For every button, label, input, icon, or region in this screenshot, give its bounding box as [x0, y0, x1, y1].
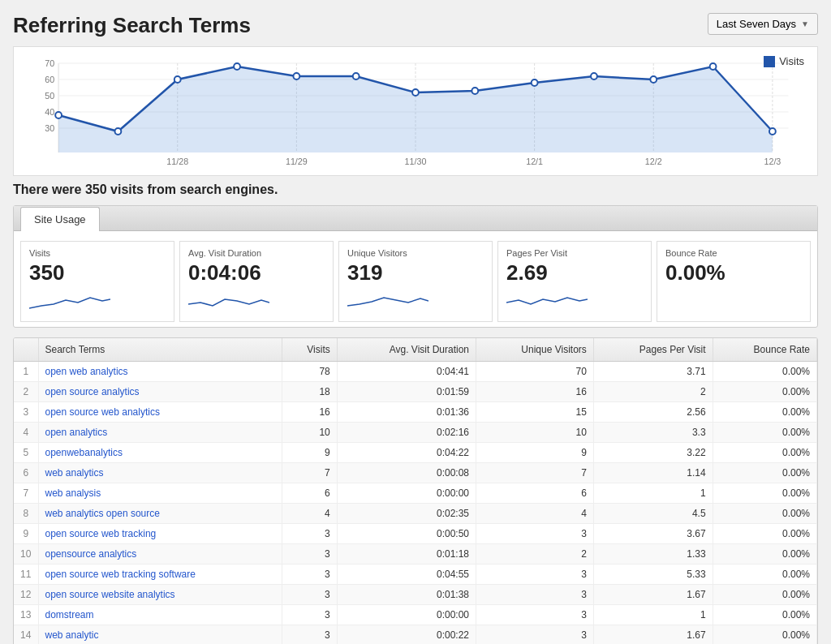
term-link[interactable]: web analytics — [45, 467, 104, 479]
svg-text:30: 30 — [45, 123, 54, 133]
metric-unique-value: 319 — [347, 261, 484, 285]
cell-ppv: 1.67 — [593, 584, 713, 604]
cell-rank: 12 — [14, 584, 38, 604]
tab-site-usage[interactable]: Site Usage — [20, 207, 100, 231]
site-usage-panel: Site Usage Visits 350 Avg. Visit Duratio… — [13, 205, 818, 328]
cell-visits: 3 — [282, 523, 338, 543]
cell-visits: 4 — [282, 503, 338, 523]
cell-unique: 3 — [476, 564, 594, 584]
cell-bounce: 0.00% — [713, 462, 816, 483]
visits-summary: There were 350 visits from search engine… — [13, 182, 818, 197]
svg-text:11/29: 11/29 — [286, 157, 308, 166]
term-link[interactable]: open source web tracking software — [45, 569, 196, 580]
line-chart-svg: 70 60 50 40 30 11/28 11/29 11/30 12/1 12… — [27, 55, 804, 169]
cell-avg-duration: 0:02:16 — [337, 422, 476, 442]
cell-ppv: 1 — [593, 604, 713, 625]
col-visits[interactable]: Visits — [282, 338, 338, 362]
cell-rank: 7 — [14, 483, 38, 503]
metric-ppv-label: Pages Per Visit — [506, 248, 643, 258]
col-bounce[interactable]: Bounce Rate — [713, 338, 816, 362]
table-row: 10 opensource analytics 3 0:01:18 2 1.33… — [14, 543, 817, 564]
mini-chart-ppv — [506, 288, 588, 312]
svg-point-32 — [532, 79, 538, 86]
metric-visits-value: 350 — [29, 261, 166, 285]
svg-point-33 — [591, 73, 597, 79]
table-header-row: Search Terms Visits Avg. Visit Duration … — [14, 338, 817, 362]
cell-term: domstream — [38, 604, 282, 625]
table-row: 3 open source web analytics 16 0:01:36 1… — [14, 401, 817, 422]
cell-visits: 9 — [282, 442, 338, 462]
col-unique[interactable]: Unique Visitors — [476, 338, 594, 362]
cell-avg-duration: 0:04:55 — [337, 564, 476, 584]
term-link[interactable]: open source analytics — [45, 386, 140, 397]
metric-visits-label: Visits — [29, 248, 166, 258]
svg-point-29 — [353, 73, 360, 79]
cell-term: open source web analytics — [38, 401, 282, 422]
term-link[interactable]: web analysis — [45, 487, 101, 499]
cell-ppv: 1.67 — [593, 625, 713, 644]
term-link[interactable]: openwebanalytics — [45, 447, 123, 458]
date-range-button[interactable]: Last Seven Days ▼ — [708, 13, 818, 35]
table-row: 8 web analytics open source 4 0:02:35 4 … — [14, 503, 817, 523]
col-avg-duration[interactable]: Avg. Visit Duration — [337, 338, 476, 362]
cell-ppv: 1.33 — [593, 543, 713, 564]
svg-point-34 — [650, 76, 657, 83]
metric-ppv-value: 2.69 — [506, 261, 643, 285]
cell-ppv: 3.3 — [593, 422, 713, 442]
cell-avg-duration: 0:04:22 — [337, 442, 476, 462]
term-link[interactable]: web analytic — [45, 629, 99, 641]
term-link[interactable]: open source web tracking — [45, 528, 157, 539]
term-link[interactable]: open analytics — [45, 427, 108, 438]
term-link[interactable]: open web analytics — [45, 366, 128, 377]
metric-pages-per-visit: Pages Per Visit 2.69 — [497, 241, 652, 322]
cell-visits: 3 — [282, 604, 338, 625]
cell-rank: 1 — [14, 361, 38, 381]
cell-rank: 8 — [14, 503, 38, 523]
cell-bounce: 0.00% — [713, 381, 816, 401]
table-row: 13 domstream 3 0:00:00 3 1 0.00% — [14, 604, 817, 625]
svg-point-31 — [471, 88, 478, 94]
cell-term: open source web tracking — [38, 523, 282, 543]
cell-bounce: 0.00% — [713, 503, 816, 523]
cell-bounce: 0.00% — [713, 483, 816, 503]
table-row: 7 web analysis 6 0:00:00 6 1 0.00% — [14, 483, 817, 503]
cell-visits: 3 — [282, 564, 338, 584]
mini-chart-visits — [29, 288, 110, 312]
cell-rank: 2 — [14, 381, 38, 401]
cell-visits: 7 — [282, 462, 338, 483]
cell-unique: 4 — [476, 503, 594, 523]
cell-avg-duration: 0:01:18 — [337, 543, 476, 564]
cell-rank: 4 — [14, 422, 38, 442]
cell-rank: 13 — [14, 604, 38, 625]
col-ppv[interactable]: Pages Per Visit — [593, 338, 713, 362]
metric-bounce-value: 0.00% — [665, 261, 802, 285]
cell-avg-duration: 0:01:36 — [337, 401, 476, 422]
table-row: 2 open source analytics 18 0:01:59 16 2 … — [14, 381, 817, 401]
table-row: 11 open source web tracking software 3 0… — [14, 564, 817, 584]
term-link[interactable]: domstream — [45, 609, 94, 620]
cell-rank: 3 — [14, 401, 38, 422]
metric-avg-duration: Avg. Visit Duration 0:04:06 — [179, 241, 334, 322]
cell-ppv: 1.14 — [593, 462, 713, 483]
cell-ppv: 5.33 — [593, 564, 713, 584]
term-link[interactable]: open source web analytics — [45, 406, 160, 418]
svg-text:11/28: 11/28 — [166, 157, 188, 166]
svg-text:60: 60 — [45, 75, 54, 84]
term-link[interactable]: opensource analytics — [45, 548, 137, 560]
cell-term: web analytics open source — [38, 503, 282, 523]
cell-rank: 9 — [14, 523, 38, 543]
cell-rank: 14 — [14, 625, 38, 644]
svg-point-28 — [293, 73, 299, 79]
search-terms-table: Search Terms Visits Avg. Visit Duration … — [14, 338, 817, 644]
cell-visits: 3 — [282, 543, 338, 564]
term-link[interactable]: open source website analytics — [45, 589, 175, 600]
term-link[interactable]: web analytics open source — [45, 508, 160, 519]
metric-unique-visitors: Unique Visitors 319 — [338, 241, 493, 322]
table-row: 9 open source web tracking 3 0:00:50 3 3… — [14, 523, 817, 543]
cell-avg-duration: 0:01:38 — [337, 584, 476, 604]
cell-ppv: 2 — [593, 381, 713, 401]
cell-term: web analytic — [38, 625, 282, 644]
table-row: 1 open web analytics 78 0:04:41 70 3.71 … — [14, 361, 817, 381]
table-row: 14 web analytic 3 0:00:22 3 1.67 0.00% — [14, 625, 817, 644]
cell-unique: 3 — [476, 584, 594, 604]
